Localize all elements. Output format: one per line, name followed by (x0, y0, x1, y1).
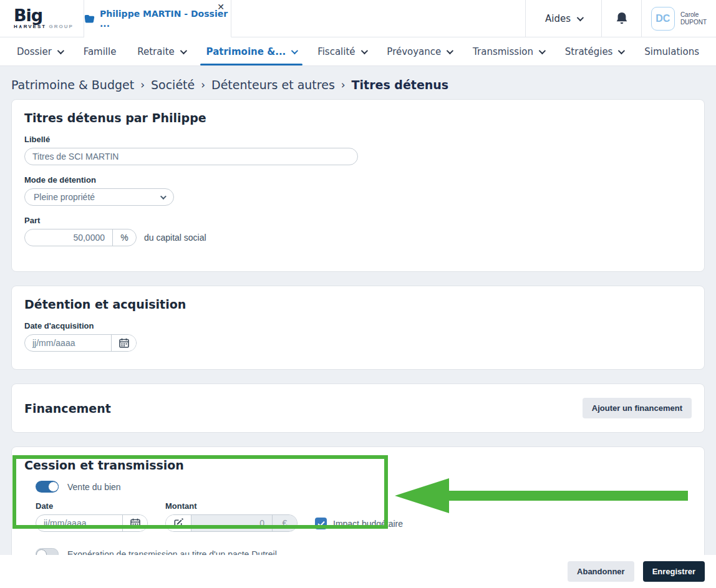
tab-title: Philippe MARTIN - Dossier ... (100, 9, 231, 29)
euro-suffix: € (272, 515, 297, 531)
user-name: Carole DUPONT (680, 11, 707, 26)
logo-subtitle: H∧RVEST GROUP (14, 24, 84, 29)
nav-strategies[interactable]: Stratégies (563, 37, 626, 65)
nav-dossier[interactable]: Dossier (14, 37, 65, 65)
nav-fiscalite[interactable]: Fiscalité (315, 37, 368, 65)
part-input[interactable] (25, 229, 112, 246)
page-content: Titres détenus par Philippe Libellé Mode… (0, 99, 716, 575)
libelle-label: Libellé (24, 135, 692, 144)
vente-du-bien-row: Vente du bien (36, 481, 692, 493)
vente-du-bien-label: Vente du bien (67, 482, 121, 492)
user-menu[interactable]: DC Carole DUPONT (641, 0, 716, 37)
part-hint: du capital social (144, 233, 206, 243)
main-nav: Dossier Famille Retraite Patrimoine &...… (0, 37, 716, 66)
part-label: Part (24, 216, 692, 225)
montant-label: Montant (165, 501, 298, 511)
chevron-down-icon (57, 47, 64, 54)
breadcrumb-separator: › (201, 79, 205, 91)
aides-label: Aides (545, 13, 571, 24)
edit-pencil-icon[interactable] (166, 515, 191, 531)
footer-action-bar: Abandonner Enregistrer (0, 555, 716, 588)
tab-close-icon[interactable]: ✕ (217, 2, 225, 11)
save-button[interactable]: Enregistrer (643, 561, 705, 582)
card-title: Financement (24, 402, 111, 415)
nav-transmission[interactable]: Transmission (470, 37, 546, 65)
cession-date-label: Date (36, 501, 148, 511)
breadcrumb-societe[interactable]: Société (151, 78, 195, 92)
avatar[interactable]: DC (651, 7, 675, 31)
montant-group: € (165, 514, 298, 532)
dossier-tab[interactable]: ✕ Philippe MARTIN - Dossier ... (84, 0, 231, 37)
cession-fields-row: Date Montant € (36, 501, 692, 532)
calendar-icon[interactable] (111, 335, 136, 351)
vente-du-bien-toggle[interactable] (36, 481, 59, 493)
logo-word: Big (14, 7, 84, 24)
nav-famille[interactable]: Famille (81, 37, 119, 65)
mode-detention-label: Mode de détention (24, 175, 692, 185)
aides-menu[interactable]: Aides (525, 0, 601, 37)
breadcrumb-patrimoine[interactable]: Patrimoine & Budget (11, 78, 134, 92)
percent-suffix: % (112, 229, 136, 246)
card-titres-detenus: Titres détenus par Philippe Libellé Mode… (11, 99, 705, 272)
date-acquisition-input[interactable] (25, 335, 111, 351)
add-financement-button[interactable]: Ajouter un financement (583, 398, 692, 418)
libelle-field-group (24, 148, 358, 165)
card-title: Cession et transmission (24, 458, 692, 472)
chevron-down-icon (577, 14, 584, 21)
card-title: Titres détenus par Philippe (24, 111, 692, 125)
calendar-icon[interactable] (122, 515, 147, 531)
breadcrumb-current: Titres détenus (352, 78, 449, 92)
folder-icon (84, 14, 95, 23)
mode-detention-select[interactable]: Pleine propriété (24, 188, 174, 206)
date-acquisition-group (24, 334, 137, 352)
card-financement: Financement Ajouter un financement (11, 383, 705, 433)
card-title: Détention et acquisition (24, 297, 692, 311)
chevron-down-icon (180, 47, 187, 54)
card-detention-acquisition: Détention et acquisition Date d'acquisit… (11, 286, 705, 370)
chevron-down-icon (447, 47, 453, 54)
impact-budgetaire-label: Impact budgétaire (333, 519, 403, 529)
cession-date-group (36, 514, 148, 532)
date-acquisition-label: Date d'acquisition (24, 321, 692, 330)
breadcrumb-separator: › (140, 79, 145, 91)
cancel-button[interactable]: Abandonner (568, 561, 634, 582)
header-spacer (231, 0, 525, 37)
impact-budgetaire-checkbox[interactable] (315, 518, 327, 529)
cession-inner: Vente du bien Date Montant (24, 472, 692, 560)
app-header: Big H∧RVEST GROUP ✕ Philippe MARTIN - Do… (0, 0, 716, 37)
chevron-down-icon (539, 47, 546, 54)
nav-prevoyance[interactable]: Prévoyance (384, 37, 454, 65)
chevron-down-icon (291, 47, 298, 54)
chevron-down-icon (618, 47, 625, 54)
breadcrumb-separator: › (341, 79, 346, 91)
montant-input[interactable] (191, 515, 272, 531)
breadcrumb-detenteurs[interactable]: Détenteurs et autres (211, 78, 335, 92)
app-logo[interactable]: Big H∧RVEST GROUP (0, 0, 84, 37)
breadcrumb: Patrimoine & Budget › Société › Détenteu… (0, 66, 716, 99)
cession-montant-col: Montant € (165, 501, 298, 532)
impact-budgetaire-row: Impact budgétaire (315, 518, 403, 532)
nav-retraite[interactable]: Retraite (135, 37, 188, 65)
notifications-button[interactable] (601, 0, 641, 37)
cession-date-col: Date (36, 501, 148, 532)
libelle-input[interactable] (25, 148, 357, 165)
nav-patrimoine[interactable]: Patrimoine &... (204, 37, 299, 65)
chevron-down-icon (360, 47, 367, 54)
nav-simulations[interactable]: Simulations (642, 37, 702, 65)
part-field-group: % (24, 229, 137, 246)
chevron-down-icon (160, 193, 167, 200)
cession-date-input[interactable] (36, 515, 122, 531)
bell-icon (615, 11, 629, 26)
